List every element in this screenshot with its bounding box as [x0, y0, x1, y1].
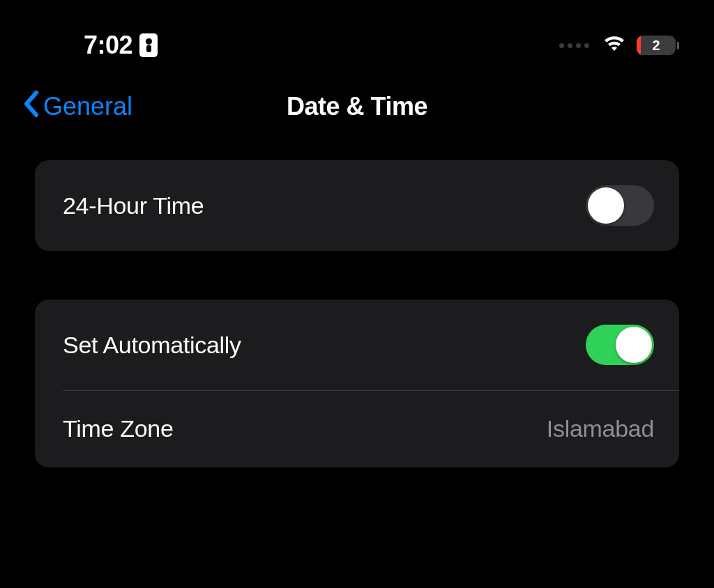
wifi-icon: [602, 34, 627, 56]
nav-bar: General Date & Time: [0, 74, 714, 145]
toggle-set-automatically[interactable]: [586, 325, 654, 365]
row-24-hour-time: 24-Hour Time: [35, 160, 679, 251]
toggle-24-hour-time[interactable]: [586, 185, 654, 226]
portrait-lock-icon: [139, 33, 158, 57]
battery-percent: 2: [652, 38, 660, 54]
status-time: 7:02: [84, 31, 132, 60]
settings-group-2: Set Automatically Time Zone Islamabad: [35, 300, 679, 467]
row-set-automatically: Set Automatically: [35, 300, 679, 390]
row-label: Set Automatically: [63, 332, 241, 359]
back-label: General: [43, 92, 132, 121]
battery-icon: 2: [637, 36, 679, 55]
status-bar: 7:02 2: [0, 0, 714, 74]
recording-dots-icon: [559, 43, 589, 48]
status-right: 2: [559, 34, 679, 56]
content: 24-Hour Time Set Automatically Time Zone…: [0, 160, 714, 467]
chevron-left-icon: [22, 90, 40, 124]
row-time-zone[interactable]: Time Zone Islamabad: [35, 390, 679, 467]
row-label: 24-Hour Time: [63, 192, 204, 219]
back-button[interactable]: General: [22, 90, 132, 124]
status-left: 7:02: [84, 31, 158, 60]
settings-group-1: 24-Hour Time: [35, 160, 679, 251]
row-label: Time Zone: [63, 415, 174, 442]
row-value: Islamabad: [547, 415, 654, 442]
page-title: Date & Time: [287, 92, 427, 121]
